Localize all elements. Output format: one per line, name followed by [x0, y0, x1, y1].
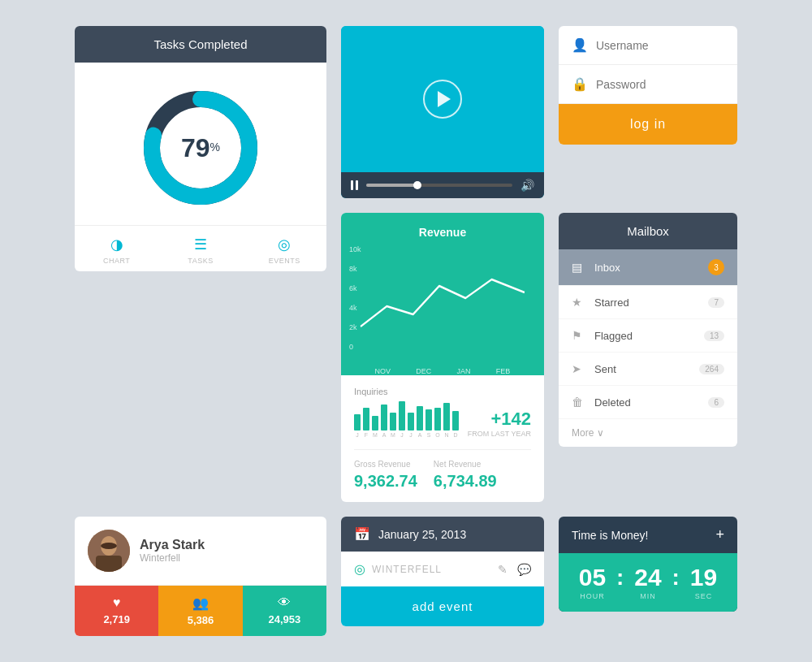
net-label: Net Revenue	[434, 460, 497, 469]
revenue-chart-area: Revenue 10k 8k 6k 4k 2k 0 NOV DE	[341, 213, 544, 375]
tasks-title: Tasks Completed	[153, 37, 247, 51]
inbox-label: Inbox	[594, 262, 708, 274]
timer-display: 05 HOUR : 24 MIN : 19 SEC	[559, 553, 737, 612]
bx-d: D	[452, 432, 459, 438]
calendar-actions: ✎ 💬	[498, 563, 531, 576]
events-icon: ◎	[278, 236, 291, 253]
progress-bar[interactable]	[366, 184, 512, 187]
donut-chart: 79%	[140, 87, 261, 209]
views-value: 24,953	[268, 613, 300, 625]
password-input[interactable]	[596, 78, 724, 91]
timer-card: Time is Money! + 05 HOUR : 24 MIN : 19 S…	[559, 517, 737, 612]
bx-a2: A	[417, 432, 423, 438]
gross-value: 9,362.74	[354, 472, 417, 491]
chart-label: CHART	[103, 257, 130, 265]
bar-12	[452, 411, 459, 431]
events-label: EVENTS	[269, 257, 300, 265]
calendar-icon: 📅	[354, 526, 370, 542]
play-button[interactable]	[423, 80, 462, 119]
bx-f: F	[363, 432, 369, 438]
timer-title: Time is Money!	[572, 529, 648, 542]
inquiries-change: +142 FROM LAST YEAR	[468, 409, 531, 438]
tab-chart[interactable]: ◑ CHART	[75, 236, 158, 265]
flagged-count: 13	[704, 331, 724, 341]
donut-sup: %	[210, 141, 220, 154]
gross-label: Gross Revenue	[354, 460, 417, 469]
deleted-count: 6	[708, 397, 724, 408]
chart-x-labels: NOV DEC JAN FEB	[354, 367, 531, 375]
gross-revenue: Gross Revenue 9,362.74	[354, 460, 417, 491]
revenue-card: Revenue 10k 8k 6k 4k 2k 0 NOV DE	[341, 213, 544, 502]
timer-header: Time is Money! +	[559, 517, 737, 553]
sent-icon: ➤	[572, 362, 586, 375]
location-icon: ◎	[354, 561, 365, 577]
hour-value: 05	[579, 565, 606, 590]
bx-n: N	[443, 432, 450, 438]
mailbox-more[interactable]: More ∨	[559, 419, 737, 447]
bar-7	[408, 413, 414, 431]
mailbox-inbox[interactable]: ▤ Inbox 3	[559, 249, 737, 286]
stat-followers[interactable]: 👥 5,386	[158, 586, 242, 636]
tab-tasks[interactable]: ☰ TASKS	[158, 236, 242, 265]
followers-value: 5,386	[188, 614, 214, 626]
username-field[interactable]: 👤	[559, 26, 737, 65]
starred-label: Starred	[594, 296, 708, 309]
bar-5	[390, 413, 396, 431]
stat-views[interactable]: 👁 24,953	[243, 586, 326, 636]
followers-icon: 👥	[192, 595, 209, 611]
bx-m: M	[372, 432, 378, 438]
min-label: MIN	[640, 592, 656, 600]
mailbox-deleted[interactable]: 🗑 Deleted 6	[559, 386, 737, 419]
profile-location: Winterfell	[140, 552, 205, 564]
calendar-card: 📅 January 25, 2013 ◎ WINTERFELL ✎ 💬 add …	[341, 517, 544, 626]
edit-icon[interactable]: ✎	[498, 563, 508, 576]
timer-sec: 19 SEC	[681, 565, 726, 600]
svg-rect-4	[96, 556, 122, 572]
flagged-label: Flagged	[594, 330, 704, 342]
revenue-svg	[354, 245, 531, 351]
chat-icon[interactable]: 💬	[517, 563, 531, 576]
x-nov: NOV	[375, 367, 391, 375]
svg-point-5	[101, 543, 117, 549]
pause-button[interactable]	[351, 180, 358, 190]
login-button[interactable]: log in	[559, 104, 737, 145]
views-icon: 👁	[278, 595, 291, 610]
mailbox-starred[interactable]: ★ Starred 7	[559, 286, 737, 319]
profile-card: Arya Stark Winterfell ♥ 2,719 👥 5,386 👁 …	[75, 517, 326, 636]
bx-o: O	[434, 432, 441, 438]
likes-value: 2,719	[103, 613, 130, 625]
avatar-svg	[88, 530, 130, 572]
inbox-icon: ▤	[572, 261, 586, 274]
username-input[interactable]	[596, 39, 724, 52]
bar-6	[399, 401, 405, 431]
tab-events[interactable]: ◎ EVENTS	[243, 236, 326, 265]
add-event-button[interactable]: add event	[341, 586, 544, 626]
timer-plus-button[interactable]: +	[715, 526, 724, 543]
video-screen[interactable]	[341, 26, 544, 172]
login-card: 👤 🔒 log in	[559, 26, 737, 145]
tasks-tabs: ◑ CHART ☰ TASKS ◎ EVENTS	[75, 225, 326, 271]
user-icon: 👤	[572, 37, 588, 53]
mailbox-flagged[interactable]: ⚑ Flagged 13	[559, 319, 737, 353]
bx-a: A	[381, 432, 387, 438]
volume-icon[interactable]: 🔊	[520, 179, 534, 192]
bx-j: J	[354, 432, 361, 438]
change-label: FROM LAST YEAR	[468, 430, 531, 438]
bar-1	[354, 414, 361, 431]
password-field[interactable]: 🔒	[559, 65, 737, 104]
avatar-image	[88, 530, 130, 572]
chart-icon: ◑	[110, 236, 123, 253]
profile-header: Arya Stark Winterfell	[75, 517, 326, 586]
tasks-label: TASKS	[188, 257, 213, 265]
bar-9	[425, 409, 432, 431]
timer-hour: 05 HOUR	[570, 565, 615, 600]
starred-icon: ★	[572, 296, 586, 309]
mailbox-sent[interactable]: ➤ Sent 264	[559, 353, 737, 386]
calendar-date: January 25, 2013	[378, 528, 466, 541]
bar-10	[434, 408, 441, 431]
x-jan: JAN	[457, 367, 471, 375]
sent-count: 264	[699, 364, 724, 374]
profile-info: Arya Stark Winterfell	[140, 538, 205, 564]
bar-4	[381, 405, 387, 431]
stat-likes[interactable]: ♥ 2,719	[75, 586, 158, 636]
